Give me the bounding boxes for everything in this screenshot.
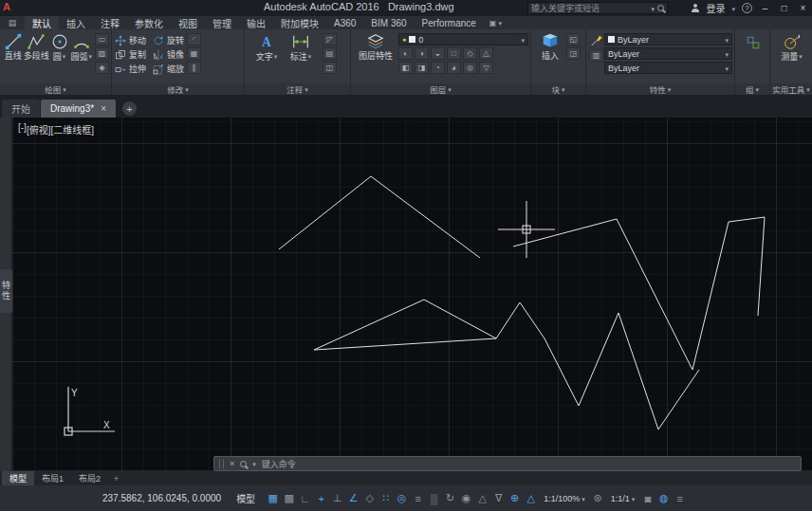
panel-layers-footer[interactable]: 图层 bbox=[351, 83, 530, 95]
ribbon-tab-插入[interactable]: 插入 bbox=[59, 16, 93, 29]
linetype-dropdown[interactable]: ByLayer bbox=[604, 47, 732, 60]
ribbon-tab-注释[interactable]: 注释 bbox=[93, 16, 127, 29]
circle-tool[interactable]: 圆 bbox=[49, 31, 70, 62]
leader-tool[interactable]: ◸ bbox=[323, 33, 337, 46]
lineweight-toggle[interactable]: ≡ bbox=[410, 490, 426, 506]
minimize-button[interactable]: – bbox=[759, 3, 771, 13]
grid-display-toggle[interactable]: ▦ bbox=[265, 490, 281, 506]
match-properties-tool[interactable] bbox=[589, 33, 603, 47]
new-drawing-button[interactable]: + bbox=[122, 101, 137, 116]
file-tab-drawing3[interactable]: Drawing3* × bbox=[41, 100, 116, 118]
graphics-performance-icon[interactable]: ◍ bbox=[655, 490, 672, 506]
layer-on-tool[interactable]: ◧ bbox=[398, 62, 413, 74]
ribbon-tab-附加模块[interactable]: 附加模块 bbox=[273, 16, 326, 29]
group-tool[interactable] bbox=[746, 31, 761, 50]
customize-icon[interactable]: ≡ bbox=[672, 490, 688, 506]
copy-tool[interactable]: 复制 bbox=[115, 48, 146, 61]
ribbon-tab-默认[interactable]: 默认 bbox=[25, 16, 59, 29]
panel-modify-footer[interactable]: 修改 bbox=[112, 83, 244, 95]
polar-tracking-toggle[interactable]: ∠ bbox=[345, 490, 361, 506]
panel-groups-footer[interactable]: 组 bbox=[735, 83, 769, 95]
table-tool[interactable]: ▤ bbox=[323, 47, 337, 60]
snap-mode-toggle[interactable]: ▩ bbox=[281, 490, 297, 506]
search-box[interactable]: 输入关键字或短语 bbox=[527, 2, 668, 14]
object-color-dropdown[interactable]: ByLayer bbox=[604, 33, 732, 46]
close-tab-icon[interactable]: × bbox=[101, 103, 106, 114]
isometric-draft-toggle[interactable]: ◇ bbox=[361, 490, 378, 506]
isolate-objects-icon[interactable]: ◙ bbox=[639, 490, 655, 506]
command-close-icon[interactable]: × bbox=[230, 459, 234, 468]
panel-annotate-footer[interactable]: 注释 bbox=[245, 83, 350, 95]
ribbon-tab-视图[interactable]: 视图 bbox=[171, 16, 205, 29]
geometry-layer[interactable]: Y X bbox=[12, 118, 812, 471]
color-dropdown-caret[interactable] bbox=[725, 35, 729, 45]
infer-constraints-toggle[interactable]: ∟ bbox=[297, 490, 313, 506]
command-search-icon[interactable] bbox=[240, 461, 247, 467]
layer-match-tool[interactable]: ◇ bbox=[463, 47, 477, 60]
help-icon[interactable]: ? bbox=[742, 3, 752, 13]
selection-cycling-toggle[interactable]: ↻ bbox=[442, 490, 458, 506]
object-snap-track-toggle[interactable]: ∷ bbox=[378, 490, 394, 506]
layer-current-tool[interactable]: ◕ bbox=[447, 62, 461, 74]
annotation-more-tool[interactable]: ◫ bbox=[323, 62, 337, 74]
ribbon-tab-管理[interactable]: 管理 bbox=[205, 16, 239, 29]
layer-select-dropdown[interactable]: ● 0 bbox=[398, 33, 528, 46]
layer-copy-tool[interactable]: ◎ bbox=[463, 62, 477, 74]
edit-block-tool[interactable]: ◲ bbox=[566, 47, 581, 60]
gradient-tool[interactable]: ◈ bbox=[95, 62, 109, 74]
dynamic-ucs-toggle[interactable]: △ bbox=[474, 490, 490, 506]
new-layout-button[interactable]: + bbox=[108, 471, 124, 485]
command-history-caret[interactable] bbox=[252, 459, 256, 468]
ribbon-tab-A360[interactable]: A360 bbox=[326, 16, 363, 29]
panel-draw-footer[interactable]: 绘图 bbox=[0, 83, 111, 95]
drawing-polyline-1[interactable] bbox=[279, 176, 480, 258]
object-snap-3d-toggle[interactable]: ◉ bbox=[458, 490, 474, 506]
rectangle-tool[interactable]: ▭ bbox=[95, 33, 109, 46]
array-tool[interactable]: ▦ bbox=[187, 47, 201, 60]
ribbon-tab-输出[interactable]: 输出 bbox=[239, 16, 273, 29]
object-snap-toggle[interactable]: ◎ bbox=[394, 490, 410, 506]
line-tool[interactable]: 直线 bbox=[3, 31, 24, 61]
selection-filter-toggle[interactable]: ∇ bbox=[490, 490, 507, 506]
layer-walk-tool[interactable]: ▽ bbox=[479, 62, 493, 74]
lineweight-dropdown[interactable]: ByLayer bbox=[604, 62, 732, 74]
trim-tool[interactable]: ∥ bbox=[187, 62, 201, 74]
file-tab-start[interactable]: 开始 bbox=[2, 100, 40, 118]
ribbon-display-toggle[interactable]: ▣ bbox=[484, 16, 508, 29]
app-menu-icon[interactable]: ▤ bbox=[0, 16, 25, 29]
gizmo-toggle[interactable]: ⊕ bbox=[507, 490, 523, 506]
ortho-mode-toggle[interactable]: ⊥ bbox=[329, 490, 345, 506]
properties-palette-tab[interactable]: 特性 bbox=[0, 269, 12, 313]
command-input[interactable]: 键入命令 bbox=[262, 458, 296, 470]
text-tool[interactable]: A 文字 bbox=[252, 31, 281, 62]
model-space-button[interactable]: 模型 bbox=[231, 491, 261, 505]
close-button[interactable]: × bbox=[797, 3, 809, 13]
dynamic-input-toggle[interactable]: + bbox=[313, 490, 329, 506]
annotation-scale-button[interactable]: 1:1/100% bbox=[539, 494, 590, 503]
properties-dialog-launcher[interactable]: ▥ bbox=[589, 49, 603, 62]
panel-utilities-footer[interactable]: 实用工具 bbox=[770, 83, 812, 95]
ribbon-tab-参数化[interactable]: 参数化 bbox=[127, 16, 171, 29]
ribbon-tab-Performance[interactable]: Performance bbox=[415, 16, 484, 29]
move-tool[interactable]: 移动 bbox=[115, 34, 146, 46]
insert-block-tool[interactable]: 插入 bbox=[537, 31, 563, 61]
signin-caret-icon[interactable] bbox=[731, 3, 735, 13]
signin-button[interactable]: 登录 bbox=[706, 1, 725, 15]
scale-tool[interactable]: 缩放 bbox=[153, 63, 184, 75]
search-caret-icon[interactable] bbox=[651, 4, 655, 13]
layer-properties-tool[interactable]: 图层特性 bbox=[354, 31, 397, 61]
search-icon[interactable] bbox=[657, 5, 664, 11]
create-block-tool[interactable]: ◱ bbox=[566, 33, 581, 46]
layer-unlock-tool[interactable]: ◔ bbox=[431, 62, 445, 74]
drawing-polyline-2[interactable] bbox=[314, 300, 496, 350]
viewport-menu-button[interactable]: [-] bbox=[18, 122, 27, 137]
arc-tool[interactable]: 圆弧 bbox=[70, 31, 92, 62]
transparency-toggle[interactable]: ▒ bbox=[426, 490, 442, 506]
layer-thaw-tool[interactable]: ◨ bbox=[415, 62, 429, 74]
lineweight-dropdown-caret[interactable] bbox=[725, 64, 729, 73]
panel-block-footer[interactable]: 块 bbox=[531, 83, 585, 95]
drawing-polyline-4[interactable] bbox=[513, 217, 765, 370]
layer-prev-tool[interactable]: △ bbox=[479, 47, 493, 60]
rotate-tool[interactable]: 旋转 bbox=[153, 34, 184, 46]
ribbon-tab-BIM 360[interactable]: BIM 360 bbox=[363, 16, 414, 29]
